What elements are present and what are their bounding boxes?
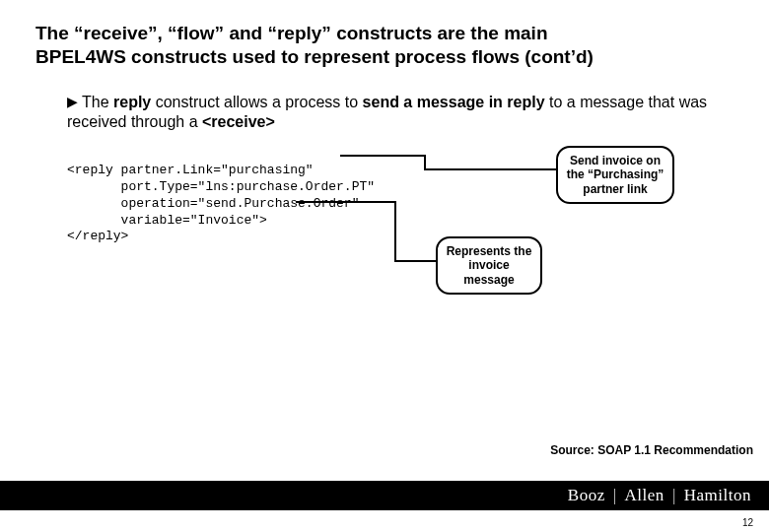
bullet-text-mid1: construct allows a process to xyxy=(151,94,362,110)
code-line-1: <reply partner.Link="purchasing" xyxy=(67,163,314,177)
bullet-paragraph: ▶The reply construct allows a process to… xyxy=(67,93,739,132)
bullet-bold-reply: reply xyxy=(113,94,151,110)
code-line-4: variable="Invoice"> xyxy=(67,213,267,228)
bullet-marker-icon: ▶ xyxy=(67,94,78,111)
code-line-2: port.Type="lns:purchase.Order.PT" xyxy=(67,179,375,194)
connector-line xyxy=(424,155,426,168)
connector-line xyxy=(394,201,396,260)
callout-text: Send invoice on the “Purchasing” partner… xyxy=(567,154,664,196)
code-line-5: </reply> xyxy=(67,229,128,243)
title-line-2: BPEL4WS constructs used to represent pro… xyxy=(35,46,594,67)
footer-brand-2: Allen xyxy=(625,486,664,505)
connector-line xyxy=(394,260,436,262)
source-citation: Source: SOAP 1.1 Recommendation xyxy=(550,443,753,457)
callout-represents-invoice: Represents the invoice message xyxy=(436,236,542,295)
footer-sep-icon: | xyxy=(672,486,676,505)
footer-brand-3: Hamilton xyxy=(684,486,751,505)
title-line-1: The “receive”, “flow” and “reply” constr… xyxy=(35,23,548,43)
footer-bar: Booz | Allen | Hamilton xyxy=(0,481,769,510)
slide-title: The “receive”, “flow” and “reply” constr… xyxy=(35,22,749,69)
footer-sep-icon: | xyxy=(613,486,617,505)
connector-line xyxy=(340,155,424,157)
page-number: 12 xyxy=(742,517,753,528)
code-line-3: operation="send.Purchase.Order" xyxy=(67,196,359,211)
code-snippet: <reply partner.Link="purchasing" port.Ty… xyxy=(67,146,375,245)
bullet-text-pre: The xyxy=(82,94,113,110)
footer-brand-1: Booz xyxy=(568,486,605,505)
connector-line xyxy=(424,168,556,170)
bullet-bold-send: send a message in reply xyxy=(363,94,545,110)
callout-text: Represents the invoice message xyxy=(447,244,532,287)
connector-line xyxy=(296,201,394,203)
callout-send-invoice: Send invoice on the “Purchasing” partner… xyxy=(556,146,674,204)
bullet-bold-receive: <receive> xyxy=(202,113,275,130)
